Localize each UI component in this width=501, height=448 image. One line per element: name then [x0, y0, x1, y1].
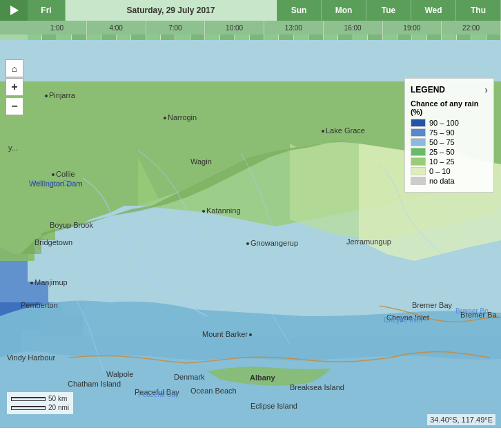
scale-km-line — [11, 397, 46, 401]
legend-color-no-data — [411, 177, 426, 185]
home-button[interactable]: ⌂ — [6, 59, 23, 77]
time-7[interactable]: 7:00 — [146, 21, 206, 35]
legend-label-25-50: 25 – 50 — [429, 148, 455, 156]
map-controls: + − — [6, 78, 23, 117]
map-container[interactable]: ⌂ + − Pinjarra Narrogin Lake Grace y... … — [0, 40, 501, 428]
time-16[interactable]: 16:00 — [324, 21, 383, 35]
zoom-out-button[interactable]: − — [6, 97, 23, 115]
legend-color-90-100 — [411, 119, 426, 127]
nav-day-tue[interactable]: Tue — [366, 0, 411, 21]
svg-marker-0 — [10, 6, 19, 15]
zoom-in-button[interactable]: + — [6, 78, 23, 96]
legend-item-90-100: 90 – 100 — [411, 119, 488, 127]
time-1[interactable]: 1:00 — [28, 21, 87, 35]
legend-chevron-icon[interactable]: › — [484, 84, 488, 95]
nav-day-thu[interactable]: Thu — [456, 0, 501, 21]
legend-header: LEGEND › — [411, 84, 488, 95]
scale-km: 50 km — [11, 395, 69, 402]
legend-item-0-10: 0 – 10 — [411, 167, 488, 175]
legend-color-75-90 — [411, 128, 426, 137]
legend-title: LEGEND — [411, 85, 445, 95]
legend-label-50-75: 50 – 75 — [429, 138, 455, 146]
legend-label-0-10: 0 – 10 — [429, 167, 451, 175]
legend-item-25-50: 25 – 50 — [411, 148, 488, 156]
scale-km-label: 50 km — [48, 395, 67, 402]
legend-label-90-100: 90 – 100 — [429, 119, 459, 127]
scale-nmi: 20 nmi — [11, 404, 69, 411]
play-button[interactable] — [0, 0, 28, 21]
nav-day-mon[interactable]: Mon — [322, 0, 366, 21]
time-13[interactable]: 13:00 — [264, 21, 324, 35]
legend-label-no-data: no data — [429, 177, 455, 185]
legend-color-25-50 — [411, 148, 426, 156]
top-navigation: Fri Saturday, 29 July 2017 Sun Mon Tue W… — [0, 0, 501, 21]
scale-lines: 50 km 20 nmi — [11, 395, 69, 411]
time-bar: 1:00 4:00 7:00 10:00 13:00 16:00 19:00 2… — [0, 21, 501, 35]
legend-label-10-25: 10 – 25 — [429, 157, 455, 166]
scale-bar: 50 km 20 nmi — [7, 392, 73, 414]
nav-day-sun[interactable]: Sun — [277, 0, 322, 21]
time-10[interactable]: 10:00 — [205, 21, 264, 35]
legend-item-75-90: 75 – 90 — [411, 128, 488, 137]
legend-panel: LEGEND › Chance of any rain(%) 90 – 100 … — [404, 78, 494, 193]
legend-item-no-data: no data — [411, 177, 488, 185]
legend-item-50-75: 50 – 75 — [411, 138, 488, 146]
nav-day-sat[interactable]: Saturday, 29 July 2017 — [66, 0, 277, 21]
legend-color-10-25 — [411, 157, 426, 166]
legend-label-75-90: 75 – 90 — [429, 128, 455, 137]
legend-color-0-10 — [411, 167, 426, 175]
coordinates-display: 34.40°S, 117.49°E — [427, 414, 495, 425]
legend-color-50-75 — [411, 138, 426, 146]
time-ticks — [0, 35, 501, 40]
nav-day-fri[interactable]: Fri — [28, 0, 66, 21]
scale-nmi-label: 20 nmi — [48, 404, 69, 411]
nav-day-wed[interactable]: Wed — [411, 0, 456, 21]
legend-subtitle: Chance of any rain(%) — [411, 99, 488, 116]
time-22[interactable]: 22:00 — [442, 21, 501, 35]
time-4[interactable]: 4:00 — [87, 21, 146, 35]
legend-item-10-25: 10 – 25 — [411, 157, 488, 166]
time-19[interactable]: 19:00 — [383, 21, 442, 35]
scale-nmi-line — [11, 406, 46, 410]
